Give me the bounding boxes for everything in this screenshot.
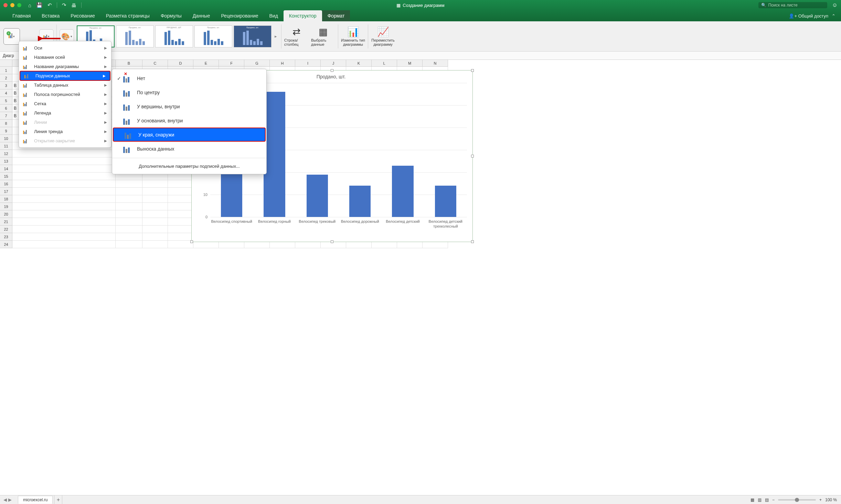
minimize-window-icon[interactable] bbox=[10, 3, 14, 7]
submenu-item-0[interactable]: ✓✕Нет bbox=[112, 71, 266, 85]
cell-A21[interactable] bbox=[12, 218, 116, 226]
redo-icon[interactable]: ↷ bbox=[62, 2, 66, 8]
close-window-icon[interactable] bbox=[3, 3, 8, 7]
cell-A14[interactable] bbox=[12, 165, 116, 173]
menu-item-3[interactable]: Подписи данных▶ bbox=[20, 71, 110, 81]
col-header-D[interactable]: D bbox=[168, 60, 193, 67]
row-header-19[interactable]: 19 bbox=[0, 203, 12, 210]
tab-review[interactable]: Рецензирование bbox=[215, 10, 264, 21]
row-header-15[interactable]: 15 bbox=[0, 173, 12, 180]
tab-page-layout[interactable]: Разметка страницы bbox=[100, 10, 155, 21]
resize-handle[interactable] bbox=[190, 240, 193, 243]
menu-item-9[interactable]: Линия тренда▶ bbox=[19, 127, 111, 136]
row-header-23[interactable]: 23 bbox=[0, 233, 12, 241]
row-header-3[interactable]: 3 bbox=[0, 82, 12, 89]
col-header-K[interactable]: K bbox=[346, 60, 372, 67]
submenu-item-3[interactable]: У основания, внутри bbox=[112, 113, 266, 128]
switch-row-column-button[interactable]: ⇄ Строка/столбец bbox=[284, 23, 308, 50]
submenu-item-4[interactable]: У края, снаружи bbox=[113, 128, 266, 142]
search-input[interactable]: 🔍 Поиск на листе bbox=[758, 2, 827, 8]
select-all-corner[interactable] bbox=[0, 60, 12, 67]
menu-item-0[interactable]: Оси▶ bbox=[19, 43, 111, 53]
user-account-icon[interactable]: ☺ bbox=[832, 2, 838, 8]
cell-A17[interactable] bbox=[12, 188, 116, 195]
cell-B23[interactable] bbox=[116, 233, 142, 241]
submenu-item-2[interactable]: У вершины, внутри bbox=[112, 99, 266, 113]
cell-C20[interactable] bbox=[142, 210, 168, 218]
row-header-6[interactable]: 6 bbox=[0, 105, 12, 112]
row-header-20[interactable]: 20 bbox=[0, 210, 12, 218]
row-header-1[interactable]: 1 bbox=[0, 67, 12, 74]
tab-data[interactable]: Данные bbox=[187, 10, 216, 21]
menu-item-5[interactable]: Полоса погрешностей▶ bbox=[19, 90, 111, 99]
maximize-window-icon[interactable] bbox=[17, 3, 21, 7]
cell-A18[interactable] bbox=[12, 195, 116, 203]
cell-A15[interactable] bbox=[12, 173, 116, 180]
cell-A24[interactable] bbox=[12, 241, 116, 248]
row-header-9[interactable]: 9 bbox=[0, 127, 12, 135]
menu-item-4[interactable]: Таблица данных▶ bbox=[19, 80, 111, 90]
gallery-next-icon[interactable]: ▸ bbox=[273, 25, 278, 47]
col-header-G[interactable]: G bbox=[244, 60, 270, 67]
submenu-item-5[interactable]: Выноска данных bbox=[112, 142, 266, 156]
col-header-I[interactable]: I bbox=[295, 60, 321, 67]
col-header-L[interactable]: L bbox=[372, 60, 397, 67]
row-header-4[interactable]: 4 bbox=[0, 89, 12, 97]
col-header-E[interactable]: E bbox=[193, 60, 219, 67]
share-button[interactable]: 👤+ Общий доступ bbox=[789, 13, 828, 19]
row-header-12[interactable]: 12 bbox=[0, 150, 12, 157]
undo-icon[interactable]: ↶ bbox=[47, 2, 52, 8]
row-header-14[interactable]: 14 bbox=[0, 165, 12, 173]
cell-C18[interactable] bbox=[142, 195, 168, 203]
row-header-11[interactable]: 11 bbox=[0, 142, 12, 150]
tab-format[interactable]: Формат bbox=[322, 10, 350, 21]
tab-insert[interactable]: Вставка bbox=[36, 10, 65, 21]
row-header-24[interactable]: 24 bbox=[0, 241, 12, 248]
change-chart-type-button[interactable]: 📊 Изменить типдиаграммы bbox=[341, 23, 365, 50]
home-icon[interactable]: ⌂ bbox=[28, 2, 31, 8]
bar-5[interactable] bbox=[435, 186, 456, 217]
cell-A20[interactable] bbox=[12, 210, 116, 218]
row-header-21[interactable]: 21 bbox=[0, 218, 12, 226]
resize-handle[interactable] bbox=[471, 155, 474, 157]
add-chart-element-button[interactable]: + ▾ bbox=[3, 28, 20, 45]
col-header-J[interactable]: J bbox=[321, 60, 346, 67]
row-header-2[interactable]: 2 bbox=[0, 74, 12, 82]
cell-A19[interactable] bbox=[12, 203, 116, 210]
print-icon[interactable]: 🖶 bbox=[71, 2, 76, 8]
cell-A12[interactable] bbox=[12, 150, 116, 157]
cell-A13[interactable] bbox=[12, 157, 116, 165]
menu-item-2[interactable]: Название диаграммы▶ bbox=[19, 62, 111, 71]
cell-C24[interactable] bbox=[142, 241, 168, 248]
resize-handle[interactable] bbox=[471, 69, 474, 72]
cell-B24[interactable] bbox=[116, 241, 142, 248]
submenu-item-1[interactable]: По центру bbox=[112, 85, 266, 99]
cell-D20[interactable] bbox=[168, 210, 193, 218]
row-header-7[interactable]: 7 bbox=[0, 112, 12, 120]
cell-D16[interactable] bbox=[168, 180, 193, 188]
more-options-item[interactable]: Дополнительные параметры подписей данных… bbox=[112, 160, 266, 172]
cell-A16[interactable] bbox=[12, 180, 116, 188]
collapse-ribbon-icon[interactable]: ⌃ bbox=[832, 13, 835, 19]
row-header-10[interactable]: 10 bbox=[0, 135, 12, 142]
tab-design[interactable]: Конструктор bbox=[284, 10, 322, 21]
resize-handle[interactable] bbox=[471, 240, 474, 243]
chart-style-2[interactable]: Продано, шт. bbox=[116, 25, 154, 47]
col-header-F[interactable]: F bbox=[219, 60, 244, 67]
cell-D19[interactable] bbox=[168, 203, 193, 210]
cell-D18[interactable] bbox=[168, 195, 193, 203]
cell-B18[interactable] bbox=[116, 195, 142, 203]
cell-C17[interactable] bbox=[142, 188, 168, 195]
cell-D21[interactable] bbox=[168, 218, 193, 226]
cell-B22[interactable] bbox=[116, 226, 142, 233]
cell-B20[interactable] bbox=[116, 210, 142, 218]
cell-D17[interactable] bbox=[168, 188, 193, 195]
cell-C16[interactable] bbox=[142, 180, 168, 188]
cell-C23[interactable] bbox=[142, 233, 168, 241]
col-header-H[interactable]: H bbox=[270, 60, 295, 67]
cell-B17[interactable] bbox=[116, 188, 142, 195]
save-icon[interactable]: 💾 bbox=[36, 2, 43, 8]
col-header-M[interactable]: M bbox=[397, 60, 423, 67]
chart-style-4[interactable]: Продано, шт. bbox=[194, 25, 232, 47]
chart-style-3[interactable]: ПРОДАНО, ШТ. bbox=[155, 25, 193, 47]
